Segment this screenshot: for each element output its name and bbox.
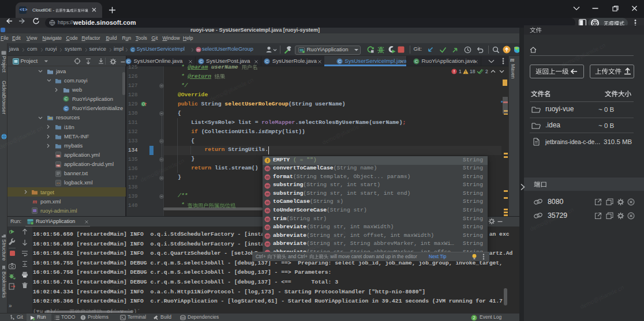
svg-text:2: 2 xyxy=(473,315,475,320)
svg-text:<>: <> xyxy=(57,181,60,184)
svg-text:m: m xyxy=(265,242,269,247)
svg-text:m: m xyxy=(265,217,269,222)
svg-text:m: m xyxy=(265,208,269,213)
svg-text:m: m xyxy=(265,200,269,205)
svg-text:C: C xyxy=(65,106,68,111)
svg-text:C: C xyxy=(415,59,418,64)
svg-text:C: C xyxy=(265,59,269,64)
svg-text:C: C xyxy=(65,97,68,102)
svg-text:C: C xyxy=(131,48,134,52)
svg-text:YML: YML xyxy=(57,164,61,167)
svg-text:C: C xyxy=(338,59,341,64)
svg-text:m: m xyxy=(265,225,269,230)
svg-text:m: m xyxy=(197,48,200,52)
svg-text:O: O xyxy=(142,102,145,106)
svg-text:m: m xyxy=(265,167,269,172)
svg-text:m: m xyxy=(33,198,38,205)
svg-text:m: m xyxy=(265,233,269,239)
svg-text:m: m xyxy=(265,183,269,188)
svg-text:m: m xyxy=(265,191,269,197)
svg-text:YML: YML xyxy=(57,155,61,157)
svg-text:m: m xyxy=(265,175,269,180)
